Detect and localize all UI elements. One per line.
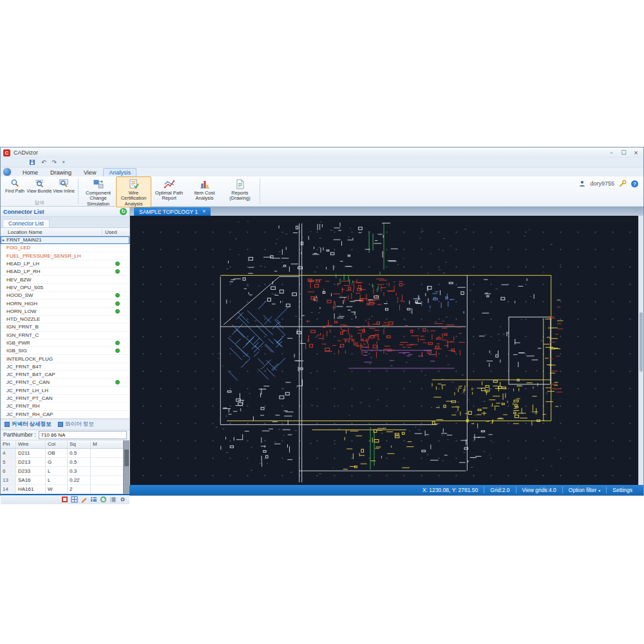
connector-row[interactable]: HEAD_LP_RH bbox=[1, 268, 129, 276]
optimal-path-report-button[interactable]: Optimal Path Report bbox=[151, 176, 187, 207]
connector-name: IGN_FRNT_B bbox=[6, 324, 105, 330]
tab-home[interactable]: Home bbox=[17, 169, 43, 176]
close-button[interactable]: × bbox=[630, 148, 642, 157]
connector-row[interactable]: IGN_FRNT_B bbox=[1, 323, 129, 331]
connector-row[interactable]: IGB_SIG bbox=[1, 347, 129, 355]
save-icon[interactable] bbox=[29, 159, 35, 166]
settings-button[interactable]: Settings bbox=[606, 487, 638, 493]
pin-cell: OB bbox=[46, 449, 68, 457]
connector-row[interactable]: HORN_LOW bbox=[1, 308, 129, 316]
connector-row[interactable]: FUEL_PRESSURE_SENSR_LH bbox=[1, 252, 129, 260]
connector-name: HEAD_LP_RH bbox=[6, 269, 105, 274]
button-line2: Analysis bbox=[196, 196, 214, 201]
pin-row[interactable]: 13SA16L0.22 bbox=[1, 476, 129, 485]
pin-row[interactable]: 14HA161W2 bbox=[1, 485, 129, 494]
pin-column-header: Pin bbox=[1, 440, 16, 448]
partnumber-field[interactable]: 710 86 NA bbox=[39, 431, 127, 439]
app-logo-letter: C bbox=[5, 150, 9, 156]
used-cell bbox=[105, 348, 129, 353]
qat-dropdown-icon[interactable]: ▾ bbox=[62, 160, 65, 165]
pin-cell: 0.3 bbox=[68, 467, 91, 475]
pin-row[interactable]: 5D213G0.5 bbox=[1, 458, 129, 467]
redo-icon[interactable]: ↷ bbox=[52, 160, 57, 166]
tool-table-icon[interactable] bbox=[90, 496, 97, 503]
connector-name: JC_FRNT_RH_CAP bbox=[6, 412, 105, 417]
tab-analysis[interactable]: Analysis bbox=[103, 168, 137, 176]
connector-row[interactable]: JC_FRNT_B4T bbox=[1, 363, 129, 371]
connector-name: INTERLOCK_PLUG bbox=[6, 356, 105, 362]
component-change-simulation-icon bbox=[93, 178, 104, 190]
connector-row[interactable]: HEV_BZW bbox=[1, 276, 129, 283]
connector-row[interactable]: JC_FRNT_RH_CAP bbox=[1, 411, 129, 419]
connector-row[interactable]: IGN_FRNT_C bbox=[1, 332, 129, 339]
maximize-button[interactable]: ☐ bbox=[618, 148, 630, 157]
used-indicator bbox=[115, 341, 120, 345]
tool-book-icon[interactable] bbox=[109, 496, 117, 503]
wrench-icon[interactable] bbox=[619, 180, 627, 187]
tab-view[interactable]: View bbox=[79, 169, 101, 176]
view-bundle-button[interactable]: View Bundle bbox=[27, 176, 52, 200]
file-menu-button[interactable] bbox=[3, 168, 11, 176]
tool-layers-icon[interactable] bbox=[61, 496, 68, 503]
pin-scroll-thumb[interactable] bbox=[124, 450, 129, 466]
item-cost-analysis-button[interactable]: Item Cost Analysis bbox=[187, 176, 222, 207]
used-cell bbox=[105, 269, 129, 274]
connector-row[interactable]: FOG_LED bbox=[1, 244, 129, 252]
item-cost-analysis-icon bbox=[199, 178, 211, 190]
column-used[interactable]: Used bbox=[102, 229, 129, 235]
find-path-button[interactable]: Find Path bbox=[3, 176, 27, 200]
view-grids-setting[interactable]: View grids:4.0 bbox=[516, 487, 562, 493]
connector-row[interactable]: JC_FRNT_RH bbox=[1, 402, 129, 410]
connector-row[interactable]: HTD_NOZZLE bbox=[1, 316, 129, 323]
button-line2: Analysis bbox=[125, 202, 143, 207]
connector-row[interactable]: IGB_PWR bbox=[1, 339, 129, 347]
connector-row[interactable]: HEV_OPU_S05 bbox=[1, 284, 129, 292]
connector-row[interactable]: JC_FRNT_B4T_CAP bbox=[1, 371, 129, 379]
tab-connector-detail[interactable]: 커넥터 상세정보 bbox=[5, 421, 52, 428]
tool-refresh-icon[interactable] bbox=[100, 496, 107, 503]
option-filter-button[interactable]: Option filter▾ bbox=[562, 487, 606, 493]
connector-list-tab[interactable]: Connector List bbox=[3, 219, 50, 227]
view-inline-button[interactable]: View Inline bbox=[52, 176, 76, 200]
connector-row[interactable]: HORN_HIGH bbox=[1, 299, 129, 307]
connector-name: HEV_OPU_S05 bbox=[6, 285, 105, 290]
reports-drawing-icon bbox=[234, 178, 246, 190]
pin-cell: 13 bbox=[1, 476, 16, 484]
connector-row[interactable]: ▸FRNT_MAIN21 bbox=[1, 236, 129, 244]
pin-table: PinWireColSqM 4D211OB0.55D213G0.56D233L0… bbox=[1, 440, 129, 494]
connector-row[interactable]: HEAD_LP_LH bbox=[1, 260, 129, 268]
help-icon[interactable]: ? bbox=[631, 180, 638, 187]
topology-diagram bbox=[131, 216, 643, 485]
tool-gear-icon[interactable] bbox=[119, 496, 126, 503]
connector-row[interactable]: HOOD_SW bbox=[1, 292, 129, 299]
user-name[interactable]: dory9755 bbox=[590, 180, 614, 187]
connector-row[interactable]: JC_FRNT_LH_LH bbox=[1, 387, 129, 395]
connector-row[interactable]: INTERLOCK_PLUG bbox=[1, 355, 129, 363]
undo-icon[interactable]: ↶ bbox=[41, 160, 46, 166]
connector-row[interactable]: JC_FRNT_PT_CAN bbox=[1, 395, 129, 402]
view-inline-icon bbox=[59, 178, 68, 187]
connector-name: IGB_PWR bbox=[6, 340, 105, 346]
canvas-vertical-scrollbar[interactable] bbox=[638, 216, 643, 485]
app-logo-icon: C bbox=[3, 149, 10, 156]
connector-name: HORN_LOW bbox=[6, 308, 105, 314]
component-change-simulation-button[interactable]: Component Change Simulation bbox=[80, 176, 116, 207]
wire-certification-analysis-button[interactable]: Wire Certification Analysis bbox=[116, 176, 151, 207]
pin-row[interactable]: 4D211OB0.5 bbox=[1, 449, 129, 458]
tab-wire-info[interactable]: 와이어 정보 bbox=[58, 421, 94, 428]
used-indicator bbox=[115, 269, 120, 274]
tab-drawing[interactable]: Drawing bbox=[45, 169, 77, 176]
pin-table-scrollbar[interactable] bbox=[123, 440, 129, 494]
column-location-name[interactable]: Location Name bbox=[1, 229, 102, 235]
minimize-button[interactable]: – bbox=[605, 148, 618, 157]
connector-name: HEV_BZW bbox=[6, 277, 105, 283]
grid-setting[interactable]: Grid:2.0 bbox=[484, 487, 515, 493]
connector-row[interactable]: JC_FRNT_C_CAN bbox=[1, 379, 129, 386]
pin-row[interactable]: 6D233L0.3 bbox=[1, 467, 129, 476]
topology-canvas[interactable] bbox=[130, 216, 643, 485]
tool-edit-icon[interactable] bbox=[80, 496, 88, 503]
tool-grid-icon[interactable] bbox=[71, 496, 78, 503]
canvas-scroll-thumb[interactable] bbox=[639, 312, 643, 372]
reports-drawing-button[interactable]: Reports (Drawing) bbox=[222, 176, 258, 207]
ribbon-tab-bar: Home Drawing View Analysis bbox=[1, 167, 643, 176]
